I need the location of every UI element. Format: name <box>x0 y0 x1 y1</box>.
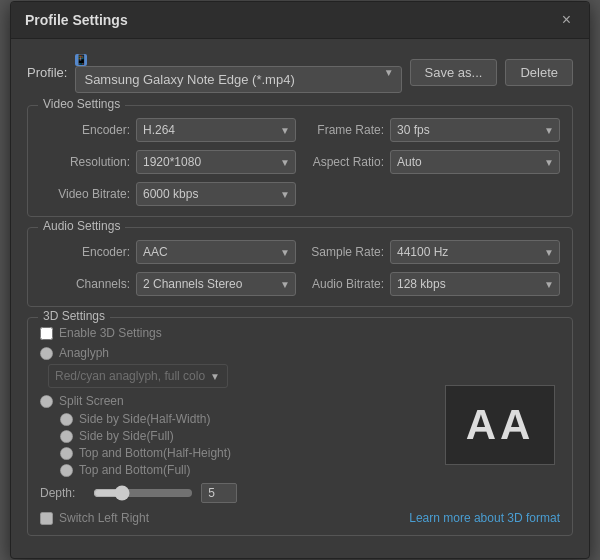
settings-3d-section: 3D Settings Enable 3D Settings Anaglyph <box>27 317 573 536</box>
switch-lr-label[interactable]: Switch Left Right <box>59 511 149 525</box>
close-button[interactable]: × <box>558 12 575 28</box>
top-bottom-full-radio[interactable] <box>60 464 73 477</box>
sample-rate-row: Sample Rate: 44100 Hz ▼ <box>304 240 560 264</box>
side-by-side-full-radio[interactable] <box>60 430 73 443</box>
video-encoder-label: Encoder: <box>40 123 130 137</box>
side-by-side-half-row: Side by Side(Half-Width) <box>60 412 428 426</box>
anaglyph-select-wrapper: Red/cyan anaglyph, full color ▼ <box>48 364 228 388</box>
video-settings-section: Video Settings Encoder: H.264 ▼ Frame Ra… <box>27 105 573 217</box>
title-bar: Profile Settings × <box>11 2 589 39</box>
aa-preview-area: AA <box>440 346 560 503</box>
audio-encoder-select[interactable]: AAC <box>136 240 296 264</box>
bottom-row: Switch Left Right Learn more about 3D fo… <box>40 511 560 525</box>
frame-rate-label: Frame Rate: <box>304 123 384 137</box>
frame-rate-select[interactable]: 30 fps <box>390 118 560 142</box>
top-bottom-half-label[interactable]: Top and Bottom(Half-Height) <box>79 446 231 460</box>
three-d-options: Anaglyph Red/cyan anaglyph, full color ▼ <box>40 346 428 503</box>
video-settings-title: Video Settings <box>38 97 125 111</box>
channels-select[interactable]: 2 Channels Stereo <box>136 272 296 296</box>
audio-encoder-select-wrapper: AAC ▼ <box>136 240 296 264</box>
audio-encoder-row: Encoder: AAC ▼ <box>40 240 296 264</box>
dialog-body: Profile: 📱 Samsung Galaxy Note Edge (*.m… <box>11 39 589 558</box>
aspect-ratio-row: Aspect Ratio: Auto ▼ <box>304 150 560 174</box>
audio-bitrate-row: Audio Bitrate: 128 kbps ▼ <box>304 272 560 296</box>
video-settings-grid: Encoder: H.264 ▼ Frame Rate: 30 fps <box>40 118 560 206</box>
profile-row: Profile: 📱 Samsung Galaxy Note Edge (*.m… <box>27 51 573 93</box>
aa-text: AA <box>466 401 535 449</box>
switch-lr-row: Switch Left Right <box>40 511 149 525</box>
audio-bitrate-label: Audio Bitrate: <box>304 277 384 291</box>
audio-settings-grid: Encoder: AAC ▼ Sample Rate: 44100 Hz <box>40 240 560 296</box>
audio-encoder-label: Encoder: <box>40 245 130 259</box>
audio-settings-title: Audio Settings <box>38 219 125 233</box>
settings-3d-title: 3D Settings <box>38 309 110 323</box>
depth-slider[interactable] <box>93 485 193 501</box>
depth-label: Depth: <box>40 486 85 500</box>
sample-rate-label: Sample Rate: <box>304 245 384 259</box>
video-encoder-select-wrapper: H.264 ▼ <box>136 118 296 142</box>
frame-rate-select-wrapper: 30 fps ▼ <box>390 118 560 142</box>
anaglyph-radio-row: Anaglyph <box>40 346 428 360</box>
top-bottom-full-row: Top and Bottom(Full) <box>60 463 428 477</box>
aspect-ratio-select[interactable]: Auto <box>390 150 560 174</box>
enable-3d-checkbox[interactable] <box>40 327 53 340</box>
depth-number-input[interactable] <box>201 483 237 503</box>
top-bottom-half-row: Top and Bottom(Half-Height) <box>60 446 428 460</box>
profile-label: Profile: <box>27 65 67 80</box>
top-bottom-half-radio[interactable] <box>60 447 73 460</box>
profile-settings-dialog: Profile Settings × Profile: 📱 Samsung Ga… <box>10 1 590 559</box>
three-d-body: Anaglyph Red/cyan anaglyph, full color ▼ <box>40 346 560 503</box>
side-by-side-half-radio[interactable] <box>60 413 73 426</box>
enable-3d-row: Enable 3D Settings <box>40 326 560 340</box>
split-screen-radio[interactable] <box>40 395 53 408</box>
anaglyph-select[interactable]: Red/cyan anaglyph, full color <box>48 364 228 388</box>
aa-preview: AA <box>445 385 555 465</box>
profile-select-wrapper: 📱 Samsung Galaxy Note Edge (*.mp4) ▼ <box>75 51 401 93</box>
audio-bitrate-select-wrapper: 128 kbps ▼ <box>390 272 560 296</box>
split-screen-radio-row: Split Screen <box>40 394 428 408</box>
aspect-ratio-select-wrapper: Auto ▼ <box>390 150 560 174</box>
learn-more-link[interactable]: Learn more about 3D format <box>409 511 560 525</box>
switch-lr-checkbox[interactable] <box>40 512 53 525</box>
side-by-side-full-label[interactable]: Side by Side(Full) <box>79 429 174 443</box>
video-bitrate-row: Video Bitrate: 6000 kbps ▼ <box>40 182 296 206</box>
video-bitrate-select[interactable]: 6000 kbps <box>136 182 296 206</box>
anaglyph-select-row: Red/cyan anaglyph, full color ▼ <box>48 364 428 388</box>
aspect-ratio-label: Aspect Ratio: <box>304 155 384 169</box>
dialog-title: Profile Settings <box>25 12 128 28</box>
phone-icon: 📱 <box>75 54 87 66</box>
top-bottom-full-label[interactable]: Top and Bottom(Full) <box>79 463 190 477</box>
video-bitrate-label: Video Bitrate: <box>40 187 130 201</box>
video-bitrate-select-wrapper: 6000 kbps ▼ <box>136 182 296 206</box>
depth-row: Depth: <box>40 483 428 503</box>
resolution-label: Resolution: <box>40 155 130 169</box>
anaglyph-label[interactable]: Anaglyph <box>59 346 109 360</box>
audio-settings-section: Audio Settings Encoder: AAC ▼ Sample Rat… <box>27 227 573 307</box>
channels-row: Channels: 2 Channels Stereo ▼ <box>40 272 296 296</box>
anaglyph-radio[interactable] <box>40 347 53 360</box>
save-as-button[interactable]: Save as... <box>410 59 498 86</box>
profile-select[interactable]: Samsung Galaxy Note Edge (*.mp4) <box>75 66 401 93</box>
split-screen-label[interactable]: Split Screen <box>59 394 124 408</box>
side-by-side-full-row: Side by Side(Full) <box>60 429 428 443</box>
resolution-select-wrapper: 1920*1080 ▼ <box>136 150 296 174</box>
video-encoder-select[interactable]: H.264 <box>136 118 296 142</box>
enable-3d-label[interactable]: Enable 3D Settings <box>59 326 162 340</box>
channels-select-wrapper: 2 Channels Stereo ▼ <box>136 272 296 296</box>
channels-label: Channels: <box>40 277 130 291</box>
sample-rate-select[interactable]: 44100 Hz <box>390 240 560 264</box>
delete-button[interactable]: Delete <box>505 59 573 86</box>
side-by-side-half-label[interactable]: Side by Side(Half-Width) <box>79 412 210 426</box>
frame-rate-row: Frame Rate: 30 fps ▼ <box>304 118 560 142</box>
resolution-select[interactable]: 1920*1080 <box>136 150 296 174</box>
video-encoder-row: Encoder: H.264 ▼ <box>40 118 296 142</box>
audio-bitrate-select[interactable]: 128 kbps <box>390 272 560 296</box>
resolution-row: Resolution: 1920*1080 ▼ <box>40 150 296 174</box>
sample-rate-select-wrapper: 44100 Hz ▼ <box>390 240 560 264</box>
